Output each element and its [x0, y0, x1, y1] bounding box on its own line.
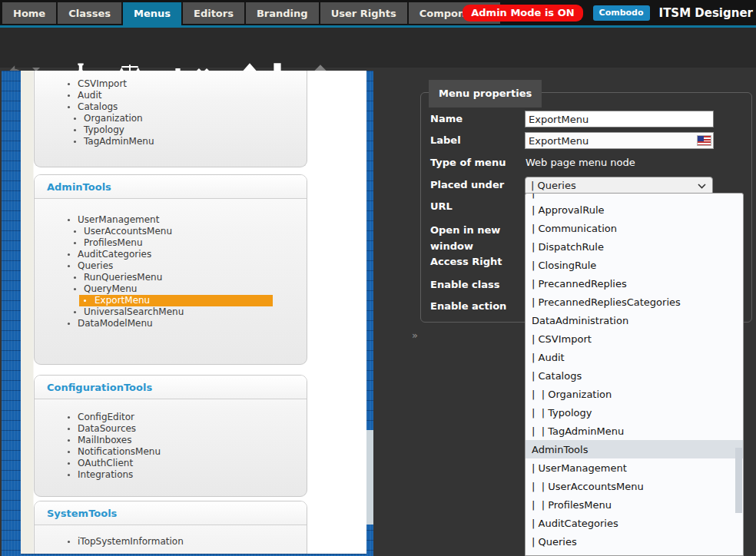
dropdown-option-partial[interactable]: |: [526, 194, 743, 200]
dropdown-option-tagadminmenu[interactable]: | | TagAdminMenu: [526, 422, 743, 440]
collapse-pane-chevron-icon[interactable]: »: [412, 329, 418, 341]
placed-under-value: | Queries: [531, 180, 576, 191]
dropdown-option-typology[interactable]: | | Typology: [526, 403, 743, 422]
tab-editors[interactable]: Editors: [183, 2, 244, 24]
menu-cards: CSVImportAuditCatalogsOrganizationTypolo…: [34, 71, 307, 554]
toolbar: [0, 28, 756, 68]
type-of-menu-value: Web page menu node: [526, 157, 635, 168]
tree-item-exportmenu[interactable]: ExportMenu: [79, 295, 273, 306]
field-label-access-right: Access Right: [430, 256, 521, 267]
tree-item-mailinboxes[interactable]: MailInboxes: [78, 435, 307, 446]
tab-home[interactable]: Home: [2, 2, 56, 24]
tab-menus[interactable]: Menus: [123, 2, 181, 28]
admin-mode-badge: Admin Mode is ON: [463, 5, 582, 22]
dropdown-option-dispatchrule[interactable]: | DispatchRule: [526, 237, 743, 256]
tree-item-oauthclient[interactable]: OAuthClient: [78, 458, 307, 469]
dropdown-option-useraccountsmenu[interactable]: | | UserAccountsMenu: [526, 477, 743, 495]
tree-item-integrations[interactable]: Integrations: [78, 469, 307, 481]
tree-item-queries[interactable]: Queries: [78, 260, 307, 272]
topbar-right: Admin Mode is ON Combodo ITSM Designer: [463, 0, 754, 25]
dropdown-option-csvimport[interactable]: | CSVImport: [526, 329, 743, 348]
menu-card-configurationtools: ConfigurationToolsConfigEditorDataSource…: [34, 375, 307, 497]
tab-user-rights[interactable]: User Rights: [320, 2, 407, 24]
field-label-url: URL: [430, 200, 521, 212]
dropdown-option-precannedrepliescategories[interactable]: | PrecannedRepliesCategories: [526, 293, 743, 311]
combodo-brand-badge: Combodo: [593, 5, 650, 21]
dropdown-option-usermanagement[interactable]: | UserManagement: [526, 458, 743, 477]
field-label-enable-class: Enable class: [430, 279, 521, 290]
tree-item-useraccountsmenu[interactable]: UserAccountsMenu: [84, 226, 307, 237]
dropdown-option-closingrule[interactable]: | ClosingRule: [526, 256, 743, 274]
itsm-designer-window: HomeClassesMenusEditorsBrandingUser Righ…: [0, 0, 756, 556]
dropdown-scrollbar-thumb[interactable]: [735, 448, 742, 513]
dropdown-option-catalogs[interactable]: | Catalogs: [526, 366, 743, 385]
dropdown-option-audit[interactable]: | Audit: [526, 348, 743, 366]
tree-item-organization[interactable]: Organization: [84, 113, 307, 124]
main-tabs: HomeClassesMenusEditorsBrandingUser Righ…: [2, 2, 500, 28]
menu-properties-tab: Menu properties: [429, 80, 542, 108]
tab-branding[interactable]: Branding: [246, 2, 319, 24]
chevron-down-icon: [698, 184, 706, 189]
tree-item-notificationsmenu[interactable]: NotificationsMenu: [78, 446, 307, 458]
field-label-open-in-new-window: Open in new window: [430, 222, 511, 254]
menu-hierarchy-pane: CSVImportAuditCatalogsOrganizationTypolo…: [21, 71, 366, 554]
tree-item-querymenu[interactable]: QueryMenu: [84, 283, 307, 295]
tree-item-csvimport[interactable]: CSVImport: [78, 78, 307, 90]
label-input-wrap: [525, 132, 712, 149]
tree-item-tagadminmenu[interactable]: TagAdminMenu: [84, 136, 307, 147]
tree-item-datamodelmenu[interactable]: DataModelMenu: [78, 318, 307, 329]
tree-item-audit[interactable]: Audit: [78, 90, 307, 101]
dropdown-option-auditcategories[interactable]: | AuditCategories: [526, 514, 743, 532]
tree-item-profilesmenu[interactable]: ProfilesMenu: [84, 237, 307, 249]
tree-item-universalsearchmenu[interactable]: UniversalSearchMenu: [84, 306, 307, 318]
dropdown-option-queries[interactable]: | Queries: [526, 532, 743, 551]
tree-item-typology[interactable]: Typology: [84, 124, 307, 136]
dropdown-option-admintools[interactable]: AdminTools: [526, 440, 743, 458]
section-title: ConfigurationTools: [35, 376, 307, 399]
name-input[interactable]: [525, 111, 714, 127]
tree-item-configeditor[interactable]: ConfigEditor: [78, 412, 307, 423]
field-label-placed-under: Placed under: [430, 179, 521, 190]
dropdown-option-profilesmenu[interactable]: | | ProfilesMenu: [526, 495, 743, 514]
dropdown-option-communication[interactable]: | Communication: [526, 219, 743, 237]
field-label-name: Name: [430, 113, 521, 124]
field-label-type: Type of menu: [430, 157, 521, 168]
tree-item-usermanagement[interactable]: UserManagement: [78, 214, 307, 226]
section-title: SystemTools: [35, 501, 307, 525]
field-label-enable-action: Enable action: [430, 300, 521, 312]
tree-item-runqueriesmenu[interactable]: RunQueriesMenu: [84, 272, 307, 283]
placed-under-dropdown-list: || ApprovalRule| Communication| Dispatch…: [525, 193, 744, 556]
tree-item-catalogs[interactable]: Catalogs: [78, 101, 307, 113]
left-denim-background: [2, 71, 21, 556]
app-title: ITSM Designer: [659, 6, 753, 20]
us-flag-icon: [698, 136, 711, 145]
menu-card: CSVImportAuditCatalogsOrganizationTypolo…: [34, 71, 307, 167]
menu-card-systemtools: SystemToolsiTopSystemInformation: [34, 501, 307, 554]
left-pane-scrollbar-thumb[interactable]: [366, 430, 373, 525]
dropdown-option-organization[interactable]: | | Organization: [526, 385, 743, 403]
tab-classes[interactable]: Classes: [58, 2, 121, 24]
tree-item-auditcategories[interactable]: AuditCategories: [78, 249, 307, 260]
label-input[interactable]: [525, 132, 714, 149]
dropdown-option-dataadministration[interactable]: DataAdministration: [526, 311, 743, 329]
dropdown-option-approvalrule[interactable]: | ApprovalRule: [526, 200, 743, 219]
field-label-label: Label: [430, 134, 521, 146]
tree-item-itopsysteminformation[interactable]: iTopSystemInformation: [78, 536, 307, 548]
section-title: AdminTools: [35, 175, 307, 199]
top-tab-bar: HomeClassesMenusEditorsBrandingUser Righ…: [0, 0, 756, 28]
menu-card-admintools: AdminToolsUserManagementUserAccountsMenu…: [34, 174, 307, 365]
dropdown-option-precannedreplies[interactable]: | PrecannedReplies: [526, 274, 743, 293]
tree-item-datasources[interactable]: DataSources: [78, 423, 307, 435]
